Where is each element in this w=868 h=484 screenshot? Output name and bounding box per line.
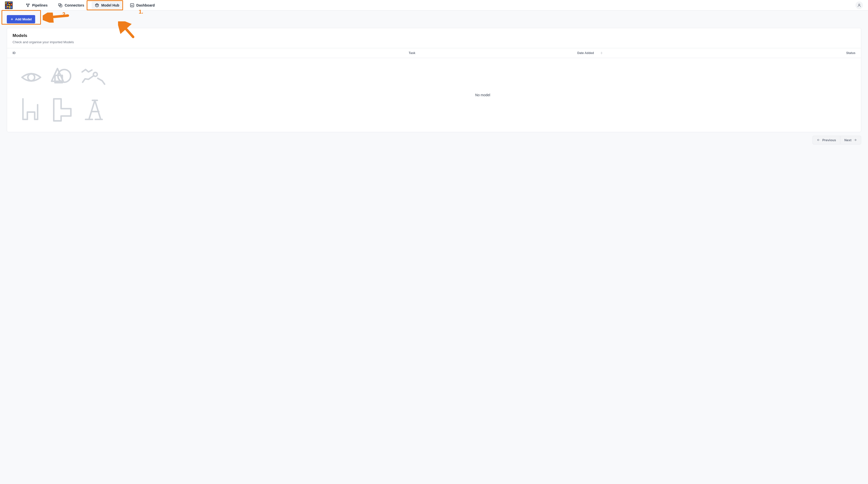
nav-item-connectors[interactable]: Connectors [55,1,87,9]
main-content: Models Check and organise your imported … [0,28,868,151]
column-task: Task [409,51,577,55]
app-logo[interactable] [5,1,12,9]
column-id: ID [12,51,409,55]
action-bar: Add Model 1. 2. [0,10,868,28]
svg-rect-9 [10,3,12,5]
nav-item-model-hub[interactable]: Model Hub [92,1,122,9]
svg-rect-6 [5,4,7,5]
sort-icon [600,52,603,55]
nav-item-dashboard[interactable]: Dashboard [127,1,158,9]
panel-subtitle: Check and organise your imported Models [12,40,856,44]
svg-rect-3 [8,2,9,3]
arrow-left-icon [817,138,820,142]
svg-rect-11 [7,6,9,7]
dashboard-icon [130,3,134,7]
column-date-added[interactable]: Date Added [578,51,763,55]
svg-point-25 [28,74,35,81]
top-navigation: Pipelines Connectors Model Hub Dashboard [0,0,868,10]
previous-label: Previous [822,138,836,142]
column-status: Status [763,51,856,55]
empty-state-text: No model [475,93,490,97]
model-hub-icon [95,3,99,7]
svg-rect-15 [10,6,12,8]
svg-rect-12 [7,7,8,8]
previous-button[interactable]: Previous [812,136,840,145]
svg-rect-10 [5,6,6,8]
annotation-label-2: 2. [62,11,67,18]
table-header: ID Task Date Added Status [7,48,861,58]
add-model-button[interactable]: Add Model [7,15,35,23]
column-date-label: Date Added [578,51,594,55]
svg-rect-8 [8,4,10,5]
pagination: Previous Next [7,136,861,145]
annotation-arrow-2 [43,12,70,23]
nav-list: Pipelines Connectors Model Hub Dashboard [23,1,158,9]
user-icon [857,3,861,7]
svg-rect-5 [10,2,12,3]
empty-state-illustration [17,66,110,124]
nav-label: Pipelines [32,3,48,7]
arrow-right-icon [854,138,857,142]
svg-rect-1 [5,2,6,4]
connectors-icon [58,3,63,7]
svg-rect-14 [9,5,10,8]
pipelines-icon [26,3,30,7]
svg-rect-13 [8,7,9,8]
next-label: Next [844,138,851,142]
nav-item-pipelines[interactable]: Pipelines [23,1,51,9]
user-avatar[interactable] [856,1,863,9]
panel-title: Models [12,33,856,38]
nav-label: Model Hub [101,3,119,7]
plus-icon [10,18,13,21]
nav-label: Connectors [65,3,84,7]
add-model-label: Add Model [15,17,32,21]
svg-point-22 [859,4,860,5]
svg-rect-7 [7,3,8,5]
empty-state: No model [7,58,861,132]
svg-rect-4 [9,2,10,3]
nav-label: Dashboard [136,3,155,7]
models-panel: Models Check and organise your imported … [7,28,861,132]
svg-rect-2 [7,2,8,3]
next-button[interactable]: Next [840,136,861,145]
